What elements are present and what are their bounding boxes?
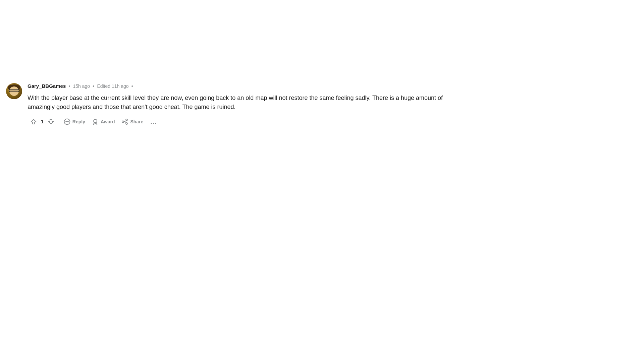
award-button[interactable]: Award: [89, 116, 118, 127]
more-options-label: …: [150, 118, 157, 125]
comment-body: Gary_BBGames • 15h ago • Edited 11h ago …: [28, 83, 476, 127]
award-icon: [92, 118, 99, 125]
edited-label: Edited 11h ago: [97, 83, 128, 89]
upvote-icon: [30, 118, 37, 125]
vote-section: 1: [28, 116, 57, 127]
username: Gary_BBGames: [28, 83, 66, 89]
comment-text: With the player base at the current skil…: [28, 94, 464, 112]
award-label: Award: [101, 119, 115, 124]
share-label: Share: [130, 119, 143, 124]
vote-count: 1: [40, 119, 45, 124]
reply-icon: [64, 118, 70, 125]
comment-header: Gary_BBGames • 15h ago • Edited 11h ago …: [28, 83, 476, 89]
reply-label: Reply: [72, 119, 85, 124]
svg-point-6: [126, 123, 127, 124]
share-button[interactable]: Share: [119, 116, 146, 127]
svg-point-4: [94, 119, 97, 123]
svg-point-5: [126, 119, 127, 121]
comment-actions: 1 Reply: [28, 116, 476, 127]
share-icon: [121, 118, 128, 125]
page: Gary_BBGames • 15h ago • Edited 11h ago …: [0, 0, 644, 362]
downvote-button[interactable]: [45, 116, 57, 127]
svg-point-2: [67, 121, 67, 122]
dot-separator-2: •: [93, 83, 94, 89]
svg-point-7: [122, 121, 124, 123]
dot-separator-3: •: [131, 83, 133, 89]
avatar: [6, 83, 22, 99]
reply-button[interactable]: Reply: [61, 116, 88, 127]
svg-point-3: [68, 121, 68, 122]
downvote-icon: [48, 118, 54, 125]
upvote-button[interactable]: [28, 116, 40, 127]
more-options-button[interactable]: …: [147, 116, 159, 127]
comment-container: Gary_BBGames • 15h ago • Edited 11h ago …: [6, 83, 476, 127]
dot-separator-1: •: [68, 83, 70, 89]
timestamp: 15h ago: [73, 83, 90, 89]
svg-point-1: [66, 121, 66, 122]
